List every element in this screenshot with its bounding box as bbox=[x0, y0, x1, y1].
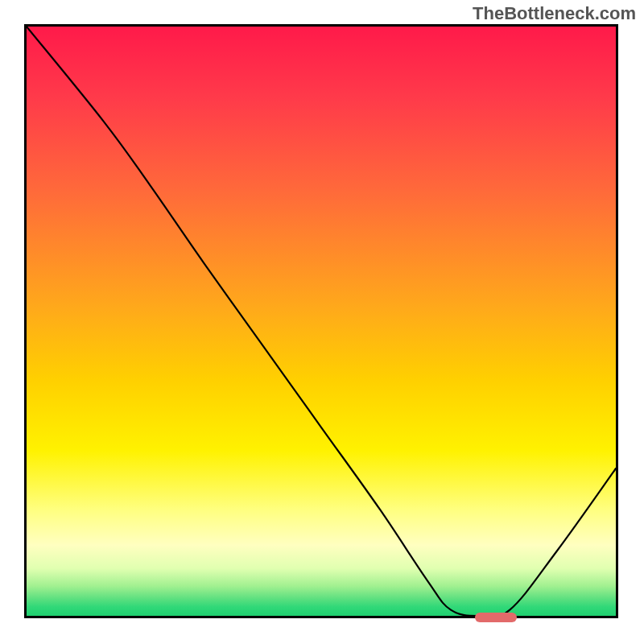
chart-plot-area bbox=[24, 24, 618, 618]
bottleneck-line-chart bbox=[27, 27, 616, 616]
watermark-text: TheBottleneck.com bbox=[473, 3, 636, 24]
optimal-point-marker bbox=[475, 613, 517, 622]
bottleneck-curve-path bbox=[27, 27, 616, 616]
